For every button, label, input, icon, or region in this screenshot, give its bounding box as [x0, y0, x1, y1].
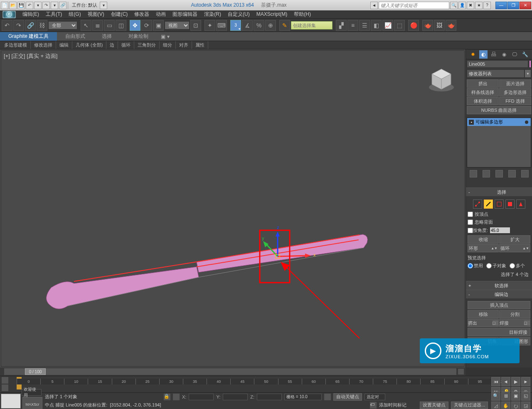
key-filters-button[interactable]: 关键点过滤器... — [451, 402, 488, 409]
zoom-extents-all-button[interactable]: ◱ — [521, 392, 530, 401]
weld-button[interactable]: 焊接□ — [499, 319, 530, 327]
spinner-snap-button[interactable]: ⊕ — [265, 20, 276, 31]
ignore-backface-checkbox[interactable] — [468, 219, 473, 225]
fov-button[interactable]: ◿ — [491, 402, 500, 409]
target-weld-button[interactable]: 目标焊接 — [468, 328, 530, 336]
new-file-icon[interactable]: 📄 — [1, 2, 8, 9]
rollout-edit-edges-header[interactable]: -编辑边 — [466, 290, 532, 298]
configure-sets-icon[interactable] — [521, 170, 529, 177]
viewport[interactable]: [+] [正交] [真实 + 边面] z — [1, 50, 465, 367]
workspace-dropdown-icon[interactable]: ▾ — [100, 2, 107, 9]
material-editor-button[interactable]: 🔴 — [408, 20, 419, 31]
rollout-selection-header[interactable]: -选择 — [466, 188, 532, 196]
undo-button[interactable]: ↶ — [2, 20, 12, 31]
favorites-icon[interactable]: ★ — [475, 2, 483, 9]
zoom-extents-button[interactable]: ▣ — [511, 392, 520, 401]
select-manipulate-button[interactable]: ✦ — [204, 20, 215, 31]
zoom-button[interactable]: 🔍 — [491, 392, 500, 401]
play-button[interactable]: ▶ — [511, 377, 520, 386]
ribbon-tab[interactable]: Graphite 建模工具 — [0, 32, 57, 41]
close-button[interactable]: ✕ — [520, 2, 531, 9]
use-center-button[interactable]: ⊡ — [190, 20, 201, 31]
menu-item[interactable]: 组(G) — [65, 11, 84, 17]
isolate-selection-icon[interactable] — [173, 394, 180, 400]
menu-item[interactable]: MAXScript(M) — [253, 11, 291, 17]
prev-frame-button[interactable]: ◄ — [501, 377, 510, 386]
keyboard-shortcut-button[interactable]: ⌨ — [216, 20, 227, 31]
subscription-icon[interactable]: 👤 — [458, 2, 466, 9]
menu-item[interactable]: 图形编辑器 — [169, 11, 201, 17]
add-time-tag-label[interactable]: 添加时间标记 — [379, 402, 406, 408]
time-slider[interactable]: 0 / 100 — [0, 367, 466, 376]
subobj-edge-button[interactable] — [484, 200, 493, 209]
orbit-button[interactable]: ⭮ — [511, 402, 520, 409]
scale-button[interactable]: ▣ — [153, 20, 164, 31]
ribbon-expand-icon[interactable]: ▣ ▾ — [161, 34, 169, 39]
stack-expand-icon[interactable]: ▪ — [469, 120, 474, 125]
make-unique-icon[interactable] — [495, 170, 503, 177]
nurbs-select-button[interactable]: NURBS 曲面选择 — [467, 106, 531, 114]
select-object-button[interactable]: ↖ — [81, 20, 91, 31]
menu-item[interactable]: 修改器 — [131, 11, 153, 17]
modifier-quick-button[interactable]: 挤出 — [467, 79, 499, 88]
loop-button[interactable]: 循环▲▼ — [499, 244, 530, 252]
align-button[interactable]: ≡ — [347, 20, 358, 31]
modifier-quick-button[interactable]: 面片选择 — [499, 79, 531, 88]
render-button[interactable]: 🫖 — [446, 20, 456, 31]
menu-item[interactable]: 视图(V) — [84, 11, 108, 17]
help-icon[interactable]: ? — [483, 2, 491, 9]
redo-button[interactable]: ↷ — [13, 20, 24, 31]
track-filter-icon[interactable] — [2, 384, 8, 391]
modifier-dropdown-icon[interactable]: ▼ — [525, 69, 531, 78]
y-coord-field[interactable] — [223, 394, 248, 400]
subribbon-item[interactable]: 多边形建模 — [1, 41, 31, 49]
rotate-button[interactable]: ⟳ — [141, 20, 152, 31]
modifier-stack[interactable]: ▪ 可编辑多边形 — [467, 118, 531, 168]
infocenter-icon[interactable]: 🔍 — [450, 2, 458, 9]
time-thumb[interactable]: 0 / 100 — [25, 368, 46, 375]
project-icon[interactable]: 🔗 — [59, 2, 66, 9]
preview-off-radio[interactable]: 禁用 — [468, 263, 483, 269]
select-by-name-button[interactable]: ≣ — [92, 20, 103, 31]
subribbon-item[interactable]: 编辑 — [56, 41, 72, 49]
subribbon-item[interactable]: 几何体 (全部) — [72, 41, 106, 49]
subribbon-item[interactable]: 循环 — [118, 41, 134, 49]
track-mini-curve-icon[interactable] — [2, 377, 8, 384]
object-color-swatch[interactable] — [529, 60, 531, 68]
zoom-all-button[interactable]: ⊞ — [501, 392, 510, 401]
menu-item[interactable]: 动画 — [153, 11, 169, 17]
graphite-toggle-button[interactable]: ◧ — [371, 20, 382, 31]
max-viewport-button[interactable]: ◲ — [521, 402, 530, 409]
modifier-quick-button[interactable]: 多边形选择 — [499, 88, 531, 96]
grow-button[interactable]: 扩大 — [499, 235, 530, 244]
subobj-polygon-button[interactable] — [505, 200, 515, 209]
save-file-icon[interactable]: 💾 — [17, 2, 25, 9]
auto-key-button[interactable]: 自动关键点 — [333, 393, 362, 401]
shrink-button[interactable]: 收缩 — [468, 235, 499, 244]
mirror-button[interactable]: ▞ — [336, 20, 347, 31]
subobj-element-button[interactable] — [516, 200, 525, 209]
timeline-expand-icon[interactable] — [458, 369, 464, 375]
layer-manager-button[interactable]: ☰ — [359, 20, 370, 31]
menu-item[interactable]: 渲染(R) — [201, 11, 224, 17]
pin-stack-icon[interactable] — [470, 170, 477, 177]
link-button[interactable]: 🔗 — [25, 20, 36, 31]
show-end-result-icon[interactable] — [483, 170, 490, 177]
render-setup-button[interactable]: 🫖 — [422, 20, 433, 31]
angle-spinner[interactable] — [490, 227, 510, 234]
menu-item[interactable]: 编辑(E) — [19, 11, 42, 17]
ring-button[interactable]: 环形▲▼ — [468, 244, 499, 252]
track-ruler[interactable]: 0510152025303540455055606570758085909510… — [17, 379, 515, 384]
undo-dropdown-icon[interactable]: ▾ — [34, 2, 42, 9]
insert-vertex-button[interactable]: 插入顶点 — [468, 301, 530, 309]
remove-button[interactable]: 移除 — [468, 310, 499, 318]
subribbon-item[interactable]: 细分 — [160, 41, 176, 49]
next-frame-button[interactable]: ► — [521, 377, 530, 386]
workspace-label[interactable]: 工作台: 默认 — [72, 2, 97, 8]
app-menu-icon[interactable]: ⓔ — [2, 11, 16, 18]
edit-named-sel-button[interactable]: ✎ — [279, 20, 290, 31]
named-selection-input[interactable] — [291, 21, 332, 30]
menu-item[interactable]: 自定义(U) — [224, 11, 253, 17]
goto-start-button[interactable]: ⏮ — [491, 377, 500, 386]
utilities-tab-icon[interactable]: 🔧 — [521, 50, 529, 59]
